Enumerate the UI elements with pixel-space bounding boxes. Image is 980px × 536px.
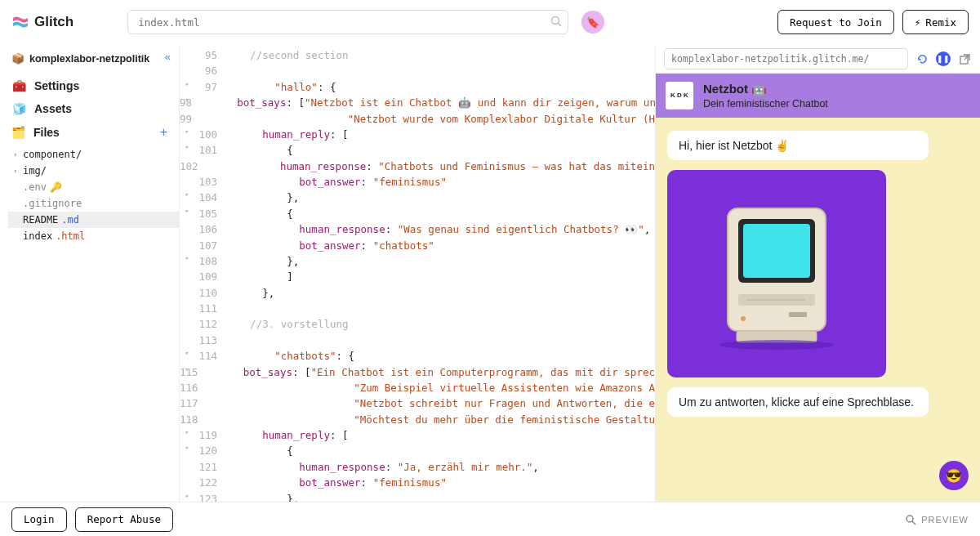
footer: Login Report Abuse PREVIEW — [0, 502, 980, 536]
settings-icon: 🧰 — [11, 79, 26, 92]
code-content[interactable]: //3. vorstellung — [225, 316, 349, 332]
code-content[interactable]: }, — [225, 253, 299, 269]
request-join-button[interactable]: Request to Join — [777, 10, 894, 34]
remix-button[interactable]: ⚡Remix — [902, 10, 969, 34]
login-label: Login — [24, 513, 55, 525]
collapse-sidebar-icon[interactable]: « — [165, 51, 171, 63]
tree-file-index[interactable]: index.html — [8, 228, 179, 244]
app-title: Netzbot 🤖 — [703, 82, 828, 96]
assets-icon: 🧊 — [11, 102, 26, 115]
report-abuse-button[interactable]: Report Abuse — [75, 507, 173, 532]
line-number: 102 — [180, 159, 207, 174]
code-editor[interactable]: 95 //second section9697 "hallo": {98 bot… — [180, 44, 655, 502]
code-content[interactable]: bot_answer: "chatbots" — [225, 238, 434, 253]
code-content[interactable]: "Möchtest du mehr über die feministische… — [207, 412, 655, 427]
code-content[interactable]: "Netzbot schreibt nur Fragen und Antwort… — [207, 395, 655, 411]
chat-message[interactable]: Um zu antworten, klicke auf eine Sprechb… — [667, 387, 929, 417]
line-number: 106 — [180, 221, 225, 237]
code-content[interactable]: human_reply: [ — [225, 427, 349, 443]
code-content[interactable]: human_response: "Ja, erzähl mir mehr.", — [225, 459, 539, 475]
sidebar: 📦 komplexlabor-netzpolitik « 🧰Settings 🧊… — [0, 44, 180, 502]
code-content[interactable]: { — [225, 142, 293, 158]
bolt-icon: ⚡ — [915, 16, 921, 29]
line-number: 98 — [180, 95, 200, 110]
secrets-button[interactable]: 🔖 — [581, 11, 604, 34]
new-file-button[interactable]: + — [160, 125, 167, 140]
login-button[interactable]: Login — [11, 507, 67, 532]
line-number: 103 — [180, 174, 225, 190]
code-content[interactable]: human_response: "Chatbots und Feminismus… — [207, 159, 655, 174]
chevron-right-icon: › — [13, 150, 20, 159]
code-content[interactable]: bot_answer: "feminismus" — [225, 475, 447, 490]
line-number: 119 — [180, 427, 225, 443]
refresh-icon[interactable] — [915, 51, 929, 66]
search-icon[interactable] — [550, 16, 562, 27]
brand-text: Glitch — [34, 14, 74, 30]
line-number: 122 — [180, 475, 225, 490]
code-content[interactable]: ] — [225, 269, 293, 284]
line-number: 120 — [180, 443, 225, 458]
line-number: 95 — [180, 47, 225, 63]
tree-file-readme[interactable]: README.md — [8, 212, 179, 228]
line-number: 118 — [180, 412, 207, 427]
code-content[interactable]: }, — [225, 285, 274, 301]
line-number: 96 — [180, 63, 225, 78]
code-content[interactable]: //second section — [225, 47, 349, 63]
code-content[interactable]: "hallo": { — [225, 79, 336, 95]
settings-label: Settings — [34, 79, 79, 92]
open-external-icon[interactable] — [957, 51, 972, 66]
folder-label: component/ — [23, 149, 82, 160]
code-content[interactable]: bot_says: ["Ein Chatbot ist ein Computer… — [207, 364, 655, 380]
code-content[interactable]: }, — [225, 491, 299, 502]
line-number: 101 — [180, 142, 225, 158]
glitch-logo[interactable]: Glitch — [11, 14, 74, 30]
svg-point-0 — [552, 17, 559, 25]
preview-pane: ❚❚ K D K Netzbot 🤖 Dein feministischer C… — [655, 44, 980, 502]
glitch-icon — [11, 15, 29, 29]
tree-file-gitignore[interactable]: .gitignore — [8, 195, 179, 212]
tree-folder-img[interactable]: ›img/ — [8, 163, 179, 179]
chat-fab[interactable]: 😎 — [939, 461, 969, 490]
line-number: 115 — [180, 364, 207, 380]
line-number: 108 — [180, 253, 225, 269]
preview-toggle[interactable]: PREVIEW — [905, 514, 969, 525]
line-number: 121 — [180, 459, 225, 475]
code-content[interactable]: { — [225, 206, 293, 221]
chat-message[interactable]: Hi, hier ist Netzbot ✌️ — [667, 131, 929, 160]
code-content[interactable]: human_response: "Was genau sind eigentli… — [225, 221, 650, 237]
folder-label: img/ — [23, 165, 47, 176]
file-label: README — [23, 214, 58, 226]
report-label: Report Abuse — [87, 513, 161, 525]
code-content[interactable]: "Zum Beispiel virtuelle Assistenten wie … — [207, 380, 655, 395]
preview-label-text: PREVIEW — [921, 515, 969, 525]
code-content[interactable]: bot_answer: "feminismus" — [225, 174, 447, 190]
code-content[interactable]: bot_says: ["Netzbot ist ein Chatbot 🤖 un… — [200, 95, 655, 110]
code-content[interactable]: { — [225, 443, 293, 458]
pause-icon[interactable]: ❚❚ — [936, 51, 951, 66]
sidebar-assets[interactable]: 🧊Assets — [0, 97, 179, 120]
preview-url-input[interactable] — [664, 48, 908, 69]
chevron-right-icon: › — [13, 167, 20, 175]
code-content[interactable]: }, — [225, 190, 299, 205]
app-subtitle: Dein feministischer Chatbot — [703, 98, 828, 109]
line-number: 111 — [180, 301, 225, 316]
code-content[interactable]: "Netzbot wurde vom Komplexlabor Digitale… — [200, 111, 655, 127]
project-name[interactable]: komplexlabor-netzpolitik — [29, 53, 149, 65]
line-number: 117 — [180, 395, 207, 411]
sidebar-settings[interactable]: 🧰Settings — [0, 74, 179, 97]
svg-line-3 — [964, 55, 969, 60]
tree-file-env[interactable]: .env 🔑 — [8, 179, 179, 195]
chat-image[interactable] — [667, 170, 886, 377]
code-content[interactable]: "chatbots": { — [225, 348, 354, 364]
request-join-label: Request to Join — [790, 16, 882, 29]
tree-folder-component[interactable]: ›component/ — [8, 146, 179, 163]
line-number: 110 — [180, 285, 225, 301]
svg-point-11 — [741, 316, 746, 321]
search-input[interactable] — [127, 10, 568, 34]
line-number: 99 — [180, 111, 200, 127]
file-label: .gitignore — [23, 198, 82, 209]
svg-rect-6 — [743, 224, 810, 278]
file-label: index — [23, 230, 52, 242]
emoji-icon: 😎 — [946, 468, 962, 484]
code-content[interactable]: human_reply: [ — [225, 127, 349, 142]
